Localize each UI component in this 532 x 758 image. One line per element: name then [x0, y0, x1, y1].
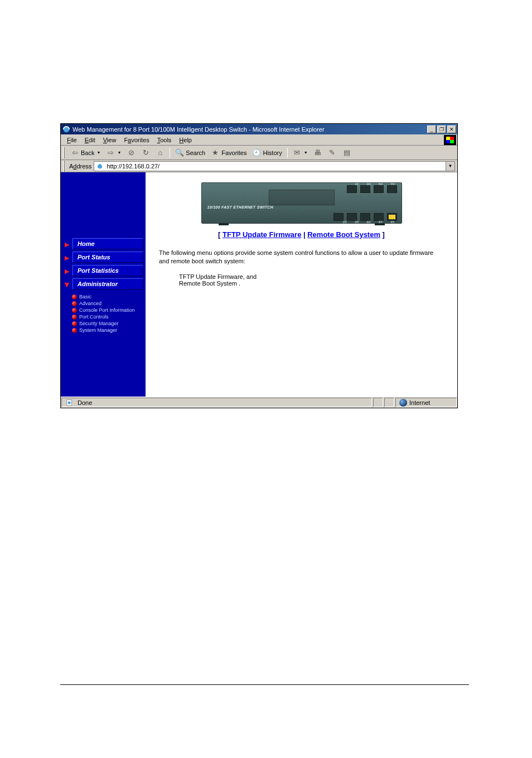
port-icon — [360, 185, 370, 193]
sub-advanced[interactable]: Advanced — [72, 300, 146, 307]
arrow-right-icon: ▶ — [65, 268, 69, 275]
nav-port-status[interactable]: Port Status — [72, 252, 143, 263]
list-item: Remote Boot System . — [179, 280, 457, 287]
history-label: History — [263, 149, 282, 156]
switch-model-label: 10/100 FAST ETHERNET SWITCH — [207, 205, 274, 209]
home-icon: ⌂ — [156, 148, 165, 157]
favorites-icon: ★ — [211, 148, 220, 157]
ie-icon — [62, 125, 70, 133]
bullet-icon — [72, 301, 77, 306]
back-label: Back — [81, 149, 94, 156]
switch-device-image: 1X 3X 5X 7X 10/100 FAST ETHERNET SWITCH — [201, 182, 402, 224]
menu-bar: File Edit View Favorites Tools Help — [61, 134, 457, 146]
stop-button[interactable]: ⊘ — [124, 147, 138, 158]
link-tftp-update[interactable]: TFTP Update Firmware — [223, 230, 301, 239]
home-button[interactable]: ⌂ — [153, 147, 167, 158]
favorites-label: Favorites — [221, 149, 246, 156]
sub-security-manager[interactable]: Security Manager — [72, 320, 146, 327]
svg-point-3 — [68, 401, 71, 404]
content-area: ▶ Home ▶ Port Status ▶ Port Statistics ▶… — [61, 172, 457, 397]
address-input[interactable] — [105, 162, 446, 171]
address-bar: Address ▼ — [61, 160, 457, 172]
chevron-down-icon: ▼ — [117, 151, 121, 155]
search-label: Search — [186, 149, 205, 156]
status-cell — [384, 398, 394, 407]
arrow-right-icon: ▶ — [65, 241, 69, 248]
zone-label: Internet — [409, 399, 430, 406]
nav-administrator[interactable]: Administrator — [72, 278, 143, 289]
link-remote-boot[interactable]: Remote Boot System — [307, 230, 380, 239]
forward-button[interactable]: ⇨ ▼ — [104, 147, 123, 158]
sub-system-manager[interactable]: System Manager — [72, 327, 146, 334]
status-bar: Done Internet — [61, 397, 457, 408]
browser-window: Web Management for 8 Port 10/100M Intell… — [60, 123, 458, 408]
page-icon — [95, 162, 104, 170]
address-dropdown[interactable]: ▼ — [446, 162, 454, 171]
sub-basic[interactable]: Basic — [72, 293, 146, 300]
menu-help[interactable]: Help — [175, 136, 196, 144]
toolbar-separator — [287, 148, 288, 158]
edit-button[interactable]: ✎ — [326, 147, 339, 158]
bullet-icon — [72, 328, 77, 333]
minimize-button[interactable]: _ — [427, 125, 436, 133]
page-icon — [65, 399, 74, 407]
favorites-button[interactable]: ★Favorites — [209, 147, 249, 158]
port-icon — [374, 185, 384, 193]
main-panel: 1X 3X 5X 7X 10/100 FAST ETHERNET SWITCH — [146, 172, 457, 397]
toolbar-separator — [170, 148, 170, 158]
toolbar: ⇦ Back ▼ ⇨ ▼ ⊘ ↻ ⌂ 🔍Search ★Favorites 🕘H… — [61, 146, 457, 160]
sub-console-port[interactable]: Console Port Information — [72, 307, 146, 313]
menu-edit[interactable]: Edit — [81, 136, 99, 144]
menu-file[interactable]: File — [63, 136, 81, 144]
feature-list: TFTP Update Firmware, and Remote Boot Sy… — [179, 273, 457, 287]
port-icon — [387, 185, 397, 193]
window-title: Web Management for 8 Port 10/100M Intell… — [72, 126, 427, 133]
arrow-right-icon: ▶ — [65, 254, 69, 262]
mail-button[interactable]: ✉▼ — [291, 147, 310, 158]
stop-icon: ⊘ — [127, 148, 136, 157]
internet-zone-icon — [399, 399, 407, 407]
footer-rule — [60, 684, 469, 685]
search-button[interactable]: 🔍Search — [173, 147, 207, 158]
sub-port-controls[interactable]: Port Controls — [72, 313, 146, 320]
back-button[interactable]: ⇦ Back ▼ — [68, 147, 103, 158]
port-icon — [347, 213, 357, 221]
print-icon: 🖶 — [313, 148, 322, 157]
history-button[interactable]: 🕘History — [250, 147, 284, 158]
menu-view[interactable]: View — [99, 136, 120, 144]
port-label: 9X — [390, 220, 394, 224]
title-bar: Web Management for 8 Port 10/100M Intell… — [61, 124, 457, 134]
port-icon — [387, 213, 397, 221]
bullet-icon — [72, 308, 77, 313]
address-grip — [63, 161, 65, 172]
page-heading: [ TFTP Update Firmware | Remote Boot Sys… — [146, 230, 457, 239]
print-button[interactable]: 🖶 — [311, 147, 325, 158]
bullet-icon — [72, 315, 77, 320]
menu-favorites[interactable]: Favorites — [120, 136, 153, 144]
close-button[interactable]: ✕ — [447, 125, 456, 133]
discuss-icon: ▤ — [342, 148, 351, 157]
port-icon — [374, 213, 384, 221]
nav-home[interactable]: Home — [72, 238, 143, 249]
menu-tools[interactable]: Tools — [153, 136, 176, 144]
ie-throbber-icon — [444, 135, 456, 145]
security-zone: Internet — [395, 398, 457, 407]
search-icon: 🔍 — [175, 148, 184, 157]
address-field: ▼ — [94, 161, 455, 171]
arrow-down-icon: ▶ — [64, 283, 71, 287]
port-icon — [333, 213, 344, 221]
edit-icon: ✎ — [328, 148, 337, 157]
nav-port-statistics[interactable]: Port Statistics — [72, 265, 143, 276]
bullet-icon — [72, 321, 77, 326]
maximize-button[interactable]: ❐ — [437, 125, 446, 133]
discuss-button[interactable]: ▤ — [340, 147, 354, 158]
history-icon: 🕘 — [252, 148, 261, 157]
mail-icon: ✉ — [293, 148, 302, 157]
admin-submenu: Basic Advanced Console Port Information … — [72, 293, 146, 334]
toolbar-grip — [63, 147, 65, 158]
led-panel — [269, 190, 335, 205]
port-icon — [360, 213, 370, 221]
status-text: Done — [78, 399, 92, 406]
refresh-button[interactable]: ↻ — [139, 147, 152, 158]
sidebar: ▶ Home ▶ Port Status ▶ Port Statistics ▶… — [61, 172, 146, 397]
